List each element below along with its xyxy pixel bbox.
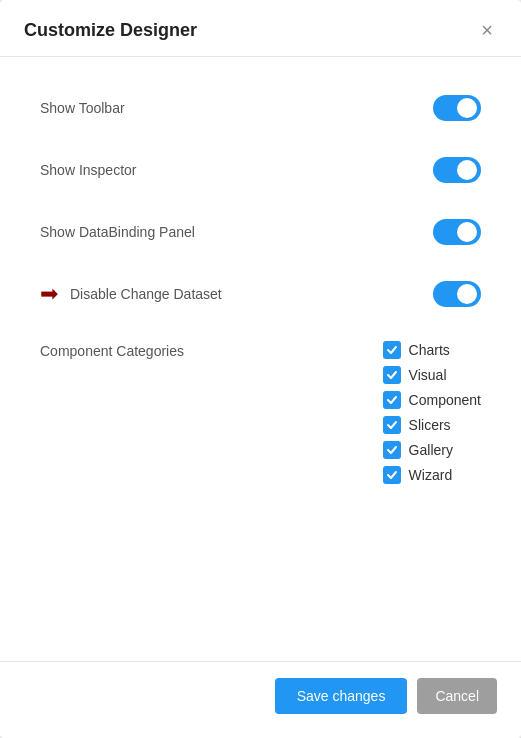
setting-row-show-databinding-panel: Show DataBinding Panel (40, 201, 481, 263)
categories-list: ChartsVisualComponentSlicersGalleryWizar… (383, 341, 481, 484)
toggle-track-show-toolbar (433, 95, 481, 121)
toggle-show-toolbar[interactable] (433, 95, 481, 121)
category-item-slicers: Slicers (383, 416, 481, 434)
checkbox-component[interactable] (383, 391, 401, 409)
toggle-thumb-show-inspector (457, 160, 477, 180)
cancel-button[interactable]: Cancel (417, 678, 497, 714)
category-label-component: Component (409, 392, 481, 408)
category-label-charts: Charts (409, 342, 450, 358)
checkbox-visual[interactable] (383, 366, 401, 384)
close-button[interactable]: × (477, 18, 497, 42)
setting-label-disable-change-dataset: ➡Disable Change Dataset (40, 283, 433, 305)
setting-label-text-disable-change-dataset: Disable Change Dataset (70, 286, 222, 302)
customize-designer-dialog: Customize Designer × Show ToolbarShow In… (0, 0, 521, 738)
dialog-title: Customize Designer (24, 20, 197, 41)
setting-label-show-toolbar: Show Toolbar (40, 100, 433, 116)
setting-label-show-databinding-panel: Show DataBinding Panel (40, 224, 433, 240)
category-item-visual: Visual (383, 366, 481, 384)
dialog-body: Show ToolbarShow InspectorShow DataBindi… (0, 57, 521, 661)
category-label-visual: Visual (409, 367, 447, 383)
toggle-thumb-show-toolbar (457, 98, 477, 118)
dialog-header: Customize Designer × (0, 0, 521, 57)
checkbox-slicers[interactable] (383, 416, 401, 434)
setting-label-show-inspector: Show Inspector (40, 162, 433, 178)
toggle-track-disable-change-dataset (433, 281, 481, 307)
categories-row: Component Categories ChartsVisualCompone… (40, 325, 481, 504)
toggle-thumb-disable-change-dataset (457, 284, 477, 304)
save-changes-button[interactable]: Save changes (275, 678, 408, 714)
checkbox-charts[interactable] (383, 341, 401, 359)
arrow-indicator-icon: ➡ (40, 283, 58, 305)
category-label-gallery: Gallery (409, 442, 453, 458)
categories-label: Component Categories (40, 341, 184, 359)
category-label-wizard: Wizard (409, 467, 453, 483)
toggle-track-show-databinding-panel (433, 219, 481, 245)
checkbox-gallery[interactable] (383, 441, 401, 459)
setting-label-text-show-databinding-panel: Show DataBinding Panel (40, 224, 195, 240)
toggle-disable-change-dataset[interactable] (433, 281, 481, 307)
setting-row-show-toolbar: Show Toolbar (40, 77, 481, 139)
toggle-thumb-show-databinding-panel (457, 222, 477, 242)
dialog-footer: Save changes Cancel (0, 661, 521, 738)
toggle-track-show-inspector (433, 157, 481, 183)
toggle-show-inspector[interactable] (433, 157, 481, 183)
setting-row-show-inspector: Show Inspector (40, 139, 481, 201)
category-item-gallery: Gallery (383, 441, 481, 459)
setting-label-text-show-inspector: Show Inspector (40, 162, 137, 178)
category-item-wizard: Wizard (383, 466, 481, 484)
checkbox-wizard[interactable] (383, 466, 401, 484)
setting-row-disable-change-dataset: ➡Disable Change Dataset (40, 263, 481, 325)
category-item-component: Component (383, 391, 481, 409)
category-label-slicers: Slicers (409, 417, 451, 433)
setting-label-text-show-toolbar: Show Toolbar (40, 100, 125, 116)
toggle-show-databinding-panel[interactable] (433, 219, 481, 245)
category-item-charts: Charts (383, 341, 481, 359)
settings-container: Show ToolbarShow InspectorShow DataBindi… (40, 77, 481, 325)
